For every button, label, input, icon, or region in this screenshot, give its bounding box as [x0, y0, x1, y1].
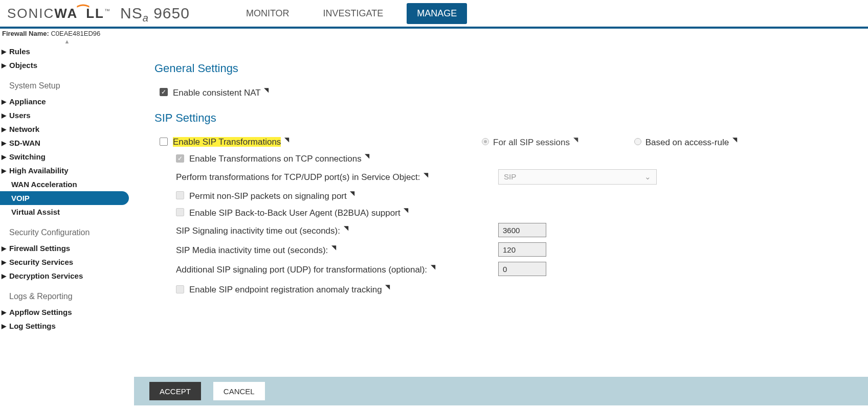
- caret-right-icon: ▶: [2, 153, 6, 161]
- sidebar-item-appliance[interactable]: ▶Appliance: [0, 95, 134, 108]
- sidebar-group-title: Logs & Reporting: [0, 283, 134, 305]
- service-object-dropdown[interactable]: SIP ⌄: [498, 169, 657, 185]
- help-icon[interactable]: ◥: [732, 136, 737, 143]
- b2bua-checkbox[interactable]: [176, 208, 184, 216]
- chevron-down-icon: ⌄: [644, 172, 651, 181]
- anomaly-label: Enable SIP endpoint registration anomaly…: [189, 283, 390, 295]
- media-timeout-input[interactable]: [498, 242, 546, 257]
- firewall-name-label: Firewall Name:: [2, 30, 49, 37]
- radio-access-rule[interactable]: [634, 138, 641, 145]
- help-icon[interactable]: ◥: [331, 244, 336, 251]
- sidebar-item-users[interactable]: ▶Users: [0, 108, 134, 122]
- tab-manage[interactable]: MANAGE: [407, 3, 467, 24]
- caret-right-icon: ▶: [2, 98, 6, 105]
- cancel-button[interactable]: CANCEL: [213, 382, 265, 400]
- model-prefix: NS: [120, 5, 143, 21]
- sidebar-group-title: System Setup: [0, 72, 134, 95]
- firewall-name-value: C0EAE481ED96: [51, 30, 100, 37]
- model-sub: a: [143, 12, 149, 24]
- sig-timeout-input[interactable]: [498, 223, 546, 237]
- additional-port-label: Additional SIP signaling port (UDP) for …: [176, 265, 435, 275]
- consistent-nat-checkbox[interactable]: ✓: [160, 88, 168, 96]
- footer-bar: ACCEPT CANCEL: [134, 377, 868, 405]
- caret-right-icon: ▶: [2, 245, 6, 252]
- sidebar-item-objects[interactable]: ▶Objects: [0, 58, 134, 72]
- service-object-label: Perform transformations for TCP/UDP port…: [176, 172, 428, 182]
- sidebar-item-security-services[interactable]: ▶Security Services: [0, 255, 134, 269]
- logo-area: SONICWA⁀LL™ NSa 9650: [7, 5, 190, 22]
- enable-sip-transform-checkbox[interactable]: [160, 138, 168, 146]
- help-icon[interactable]: ◥: [431, 263, 435, 270]
- sidebar-item-wan-acceleration[interactable]: WAN Acceleration: [0, 177, 134, 191]
- help-icon[interactable]: ◥: [284, 136, 289, 143]
- caret-right-icon: ▶: [2, 259, 6, 266]
- permit-non-sip-label: Permit non-SIP packets on signaling port…: [189, 190, 354, 201]
- nav-tabs: MONITOR INVESTIGATE MANAGE: [236, 3, 467, 24]
- help-icon[interactable]: ◥: [404, 207, 408, 214]
- sip-settings-heading: SIP Settings: [154, 111, 848, 125]
- sidebar-item-sd-wan[interactable]: ▶SD-WAN: [0, 136, 134, 150]
- help-icon[interactable]: ◥: [350, 190, 354, 197]
- radio-access-rule-label: Based on access-rule ◥: [646, 136, 737, 148]
- media-timeout-label: SIP Media inactivity time out (seconds):…: [176, 245, 336, 255]
- caret-right-icon: ▶: [2, 272, 6, 280]
- help-icon[interactable]: ◥: [573, 136, 578, 143]
- tcp-transform-checkbox[interactable]: ✓: [176, 154, 184, 163]
- help-icon[interactable]: ◥: [424, 171, 428, 178]
- header-bar: SONICWA⁀LL™ NSa 9650 MONITOR INVESTIGATE…: [0, 0, 868, 29]
- scroll-up-icon[interactable]: ▲: [0, 38, 134, 44]
- b2bua-label: Enable SIP Back-to-Back User Agent (B2BU…: [189, 207, 408, 218]
- help-icon[interactable]: ◥: [264, 86, 269, 94]
- permit-non-sip-checkbox[interactable]: [176, 191, 184, 199]
- sidebar-item-voip[interactable]: VOIP: [0, 191, 129, 205]
- anomaly-checkbox[interactable]: [176, 285, 184, 293]
- brand-tm: ™: [104, 8, 111, 14]
- caret-right-icon: ▶: [2, 167, 6, 174]
- sig-timeout-label: SIP Signaling inactivity time out (secon…: [176, 226, 348, 236]
- sidebar-item-log-settings[interactable]: ▶Log Settings: [0, 319, 134, 333]
- tab-monitor[interactable]: MONITOR: [236, 3, 300, 24]
- caret-right-icon: ▶: [2, 323, 6, 330]
- sidebar-item-switching[interactable]: ▶Switching: [0, 150, 134, 164]
- sidebar-item-decryption-services[interactable]: ▶Decryption Services: [0, 269, 134, 283]
- brand-left: SONIC: [7, 6, 54, 21]
- help-icon[interactable]: ◥: [365, 152, 369, 160]
- caret-right-icon: ▶: [2, 140, 6, 147]
- accept-button[interactable]: ACCEPT: [149, 382, 201, 400]
- help-icon[interactable]: ◥: [385, 283, 390, 290]
- general-settings-heading: General Settings: [154, 62, 848, 75]
- sidebar-item-appflow-settings[interactable]: ▶Appflow Settings: [0, 305, 134, 319]
- tcp-transform-label: Enable Transformations on TCP connection…: [189, 152, 369, 164]
- sidebar-item-network[interactable]: ▶Network: [0, 122, 134, 136]
- enable-sip-transform-label: Enable SIP Transformations ◥: [173, 136, 289, 148]
- caret-right-icon: ▶: [2, 112, 6, 119]
- additional-port-input[interactable]: [498, 262, 546, 276]
- brand-logo: SONICWA⁀LL™: [7, 6, 111, 21]
- help-icon[interactable]: ◥: [344, 224, 348, 232]
- sidebar[interactable]: ▲ ▶Rules▶ObjectsSystem Setup▶Appliance▶U…: [0, 38, 134, 405]
- caret-right-icon: ▶: [2, 126, 6, 133]
- swoosh-icon: ⁀: [78, 5, 86, 20]
- service-object-value: SIP: [504, 172, 516, 181]
- caret-right-icon: ▶: [2, 48, 6, 55]
- sidebar-item-high-availability[interactable]: ▶High Availability: [0, 164, 134, 177]
- caret-right-icon: ▶: [2, 62, 6, 69]
- model-text: NSa 9650: [120, 5, 190, 22]
- sidebar-item-virtual-assist[interactable]: Virtual Assist: [0, 205, 134, 219]
- radio-all-sip-label: For all SIP sessions ◥: [493, 136, 578, 148]
- caret-right-icon: ▶: [2, 309, 6, 316]
- tab-investigate[interactable]: INVESTIGATE: [313, 3, 394, 24]
- consistent-nat-label: Enable consistent NAT ◥: [173, 86, 269, 98]
- model-suffix: 9650: [149, 5, 190, 21]
- main-content: General Settings ✓ Enable consistent NAT…: [134, 38, 868, 356]
- radio-all-sip[interactable]: [482, 138, 489, 145]
- firewall-name-bar: Firewall Name: C0EAE481ED96: [0, 29, 868, 38]
- sidebar-group-title: Security Configuration: [0, 219, 134, 241]
- brand-mid: WA: [54, 6, 78, 21]
- sidebar-item-firewall-settings[interactable]: ▶Firewall Settings: [0, 241, 134, 255]
- sidebar-item-rules[interactable]: ▶Rules: [0, 44, 134, 58]
